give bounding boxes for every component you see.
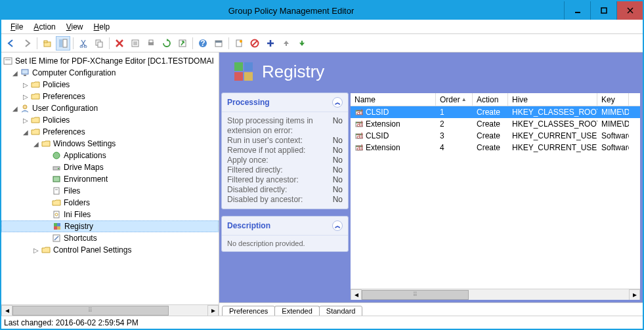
statusbar: Last changed: 2016-06-02 2:59:54 PM [1,316,643,329]
svg-rect-44 [54,211,59,218]
options-button[interactable] [211,36,226,51]
collapse-chevron-icon[interactable]: ︽ [332,97,343,108]
list-row[interactable]: abCLSID3CreateHKEY_CURRENT_USERSoftware\ [351,130,640,142]
tree-label: Applications [64,151,106,160]
tree-cc-policies[interactable]: ▷ Policies [1,79,219,91]
move-up-button[interactable] [279,36,293,51]
scroll-left-icon[interactable]: ◂ [1,305,12,316]
svg-rect-7 [63,39,67,47]
collapse-icon[interactable]: ◢ [11,105,20,112]
processing-row: Remove if not applied:No [227,146,343,155]
processing-row: Apply once:No [227,155,343,165]
computer-icon [20,68,30,78]
close-button[interactable] [616,1,643,20]
list-row[interactable]: abExtension2CreateHKEY_CLASSES_ROOTMIME\… [351,118,640,130]
add-button[interactable] [263,36,278,51]
back-button[interactable] [4,36,18,51]
col-name[interactable]: Name [351,93,436,106]
svg-rect-33 [4,58,12,64]
move-down-button[interactable] [295,36,309,51]
svg-rect-52 [244,62,253,71]
description-body: No description provided. [222,236,348,251]
collapse-icon[interactable]: ◢ [21,129,30,136]
tab-standard[interactable]: Standard [319,306,363,316]
list-hscrollbar[interactable]: ◂ ⠿ ▸ [351,289,640,300]
tree-uc-policies[interactable]: ▷ Policies [1,114,219,126]
tree-root[interactable]: Set IE Mime for PDF-XChange Editor [DC1.… [1,55,219,67]
tree-computer-config[interactable]: ◢ Computer Configuration [1,67,219,79]
list-row[interactable]: abCLSID1CreateHKEY_CLASSES_ROOTMIME\Data… [351,106,640,118]
collapse-icon[interactable]: ◢ [32,140,41,148]
delete-button[interactable] [112,36,127,51]
tree-shortcuts[interactable]: Shortcuts [1,232,219,244]
expand-icon[interactable]: ▷ [32,247,41,254]
status-text: Last changed: 2016-06-02 2:59:54 PM [4,318,139,327]
tree-files[interactable]: Files [1,185,219,197]
scroll-right-icon[interactable]: ▸ [207,305,219,316]
list-body[interactable]: abCLSID1CreateHKEY_CLASSES_ROOTMIME\Data… [351,106,640,289]
menu-view[interactable]: View [61,21,89,33]
menu-help[interactable]: Help [89,21,116,33]
tree-label: Ini Files [64,210,91,219]
tab-preferences[interactable]: Preferences [222,306,275,316]
tree-windows-settings[interactable]: ◢ Windows Settings [1,138,219,150]
export-button[interactable] [175,36,190,51]
tree-user-config[interactable]: ◢ User Configuration [1,102,219,114]
svg-text:ab: ab [356,144,363,152]
tree-label: Computer Configuration [32,68,116,77]
col-key[interactable]: Key [597,93,629,106]
up-button[interactable] [40,36,54,51]
folder-icon [30,79,41,90]
tree-folders[interactable]: Folders [1,197,219,209]
processing-row: Filtered directly:No [227,165,343,175]
col-order[interactable]: Order▲ [436,93,473,106]
print-button[interactable] [144,36,158,51]
help-button[interactable]: ? [196,36,210,51]
expand-icon[interactable]: ▷ [21,117,30,124]
tree-control-panel[interactable]: ▷ Control Panel Settings [1,244,219,256]
svg-rect-6 [59,39,62,47]
tree[interactable]: Set IE Mime for PDF-XChange Editor [DC1.… [1,52,219,304]
svg-rect-48 [54,226,57,230]
menu-file[interactable]: File [5,21,28,33]
copy-button[interactable] [92,36,106,51]
stop-button[interactable] [247,36,262,51]
collapse-icon[interactable]: ◢ [11,70,20,77]
tree-environment[interactable]: Environment [1,173,219,185]
tree-ini-files[interactable]: Ini Files [1,209,219,220]
refresh-button[interactable] [160,36,174,51]
maximize-button[interactable] [590,1,616,20]
tree-applications[interactable]: Applications [1,150,219,161]
folder-icon [30,115,41,125]
expand-icon[interactable]: ▷ [21,93,30,100]
col-action[interactable]: Action [473,93,508,106]
tree-uc-preferences[interactable]: ◢ Preferences [1,126,219,138]
cut-button[interactable] [76,36,91,51]
scroll-left-icon[interactable]: ◂ [351,289,362,300]
svg-rect-5 [44,41,47,43]
wizard-button[interactable] [232,36,246,51]
tree-registry[interactable]: Registry [1,220,219,232]
tab-extended[interactable]: Extended [274,306,319,316]
content-area: Set IE Mime for PDF-XChange Editor [DC1.… [1,52,643,316]
svg-text:ab: ab [356,120,363,128]
minimize-button[interactable] [564,1,590,20]
tree-hscrollbar[interactable]: ◂ ⠿ ▸ [1,304,219,316]
folder-icon [41,245,51,255]
expand-icon[interactable]: ▷ [21,81,30,89]
svg-line-28 [252,41,257,46]
menubar: File Action View Help [1,20,643,34]
forward-button[interactable] [20,36,34,51]
detail-title: Registry [262,62,324,82]
scroll-right-icon[interactable]: ▸ [629,289,640,300]
collapse-chevron-icon[interactable]: ︽ [332,220,343,231]
list-row[interactable]: abExtension4CreateHKEY_CURRENT_USERSoftw… [351,142,640,154]
menu-action[interactable]: Action [28,21,60,33]
properties-button[interactable] [128,36,142,51]
svg-rect-31 [286,44,287,46]
tree-drive-maps[interactable]: Drive Maps [1,161,219,173]
col-hive[interactable]: Hive [508,93,597,106]
show-hide-tree-button[interactable] [56,36,70,51]
svg-point-40 [58,168,59,169]
tree-cc-preferences[interactable]: ▷ Preferences [1,91,219,102]
